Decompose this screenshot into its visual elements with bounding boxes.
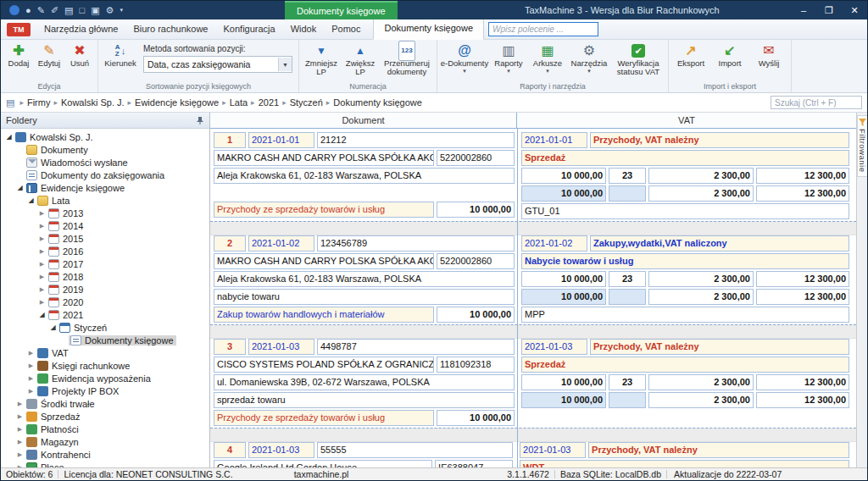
breadcrumb-item[interactable]: Lata xyxy=(230,97,248,108)
doc-contractor-name[interactable]: MAKRO CASH AND CARRY POLSKA SPÓŁKA AKCYJ… xyxy=(214,253,434,269)
tree-expand-icon[interactable]: ▶ xyxy=(26,362,36,369)
breadcrumb-item[interactable]: Ewidencje księgowe xyxy=(135,97,219,108)
breadcrumb-item[interactable]: Firmy xyxy=(27,97,51,108)
tree-item[interactable]: ▶Kontrahenci xyxy=(1,448,209,461)
command-search-input[interactable] xyxy=(488,22,598,36)
edit-button[interactable]: ✎ Edytuj xyxy=(34,41,64,68)
doc-address[interactable]: Aleja Krakowska 61, 02-183 Warszawa, POL… xyxy=(214,271,515,287)
tree-item[interactable]: ▶2020 xyxy=(1,296,209,308)
vat-type[interactable]: Przychody, VAT należny xyxy=(590,339,849,355)
vat-register[interactable]: Sprzedaż xyxy=(521,357,849,373)
doc-contractor-name[interactable]: Google Ireland Ltd Gordon House xyxy=(214,460,432,467)
tree-item[interactable]: ◢2021 xyxy=(1,308,209,321)
doc-tax-id[interactable]: IE6388047 xyxy=(435,460,513,467)
doc-number[interactable]: 21212 xyxy=(317,132,515,148)
tree-item[interactable]: Dokumenty xyxy=(1,143,209,156)
tree-collapse-icon[interactable]: ◢ xyxy=(26,196,36,204)
vat-date[interactable]: 2021-01-03 xyxy=(520,442,586,458)
search-input[interactable] xyxy=(771,96,862,109)
vat-net-amount[interactable]: 10 000,00 xyxy=(521,374,606,390)
tree-expand-icon[interactable]: ▶ xyxy=(37,299,47,306)
doc-number[interactable]: 123456789 xyxy=(317,235,515,252)
tree-expand-icon[interactable]: ▶ xyxy=(15,426,25,433)
doc-number[interactable]: 55555 xyxy=(317,442,513,458)
tree-collapse-icon[interactable]: ◢ xyxy=(48,323,58,331)
vat-register[interactable]: WDT xyxy=(520,460,849,467)
vat-gross-amount[interactable]: 12 300,00 xyxy=(756,374,849,390)
vat-net-amount[interactable]: 10 000,00 xyxy=(521,185,606,202)
menu-item-0[interactable]: Narzędzia główne xyxy=(36,19,125,39)
vat-date[interactable]: 2021-01-02 xyxy=(521,235,587,252)
breadcrumb-item[interactable]: Styczeń xyxy=(290,97,323,108)
vat-date[interactable]: 2021-01-03 xyxy=(521,339,587,355)
doc-contractor-name[interactable]: MAKRO CASH AND CARRY POLSKA SPÓŁKA AKCYJ… xyxy=(214,150,434,166)
doc-tax-id[interactable]: 5220002860 xyxy=(437,150,515,166)
tools-button[interactable]: ⚙ Narzędzia ▾ xyxy=(567,41,611,74)
minimize-button[interactable]: – xyxy=(791,1,816,19)
doc-date[interactable]: 2021-01-03 xyxy=(248,442,314,458)
tree-item[interactable]: ▶Sprzedaż xyxy=(1,410,209,423)
send-button[interactable]: ✉ Wyślij xyxy=(749,41,788,68)
tree-expand-icon[interactable]: ▶ xyxy=(26,375,36,382)
vat-tax-amount[interactable]: 2 300,00 xyxy=(648,374,754,390)
vat-tax-amount[interactable]: 2 300,00 xyxy=(648,168,754,184)
sort-method-dropdown[interactable]: Data, czas zaksięgowania ▼ xyxy=(143,56,292,73)
vat-gross-amount[interactable]: 12 300,00 xyxy=(756,271,849,287)
vat-gross-amount[interactable]: 12 300,00 xyxy=(756,392,849,408)
vat-gross-amount[interactable]: 12 300,00 xyxy=(756,185,849,202)
vat-register[interactable]: Sprzedaż xyxy=(521,150,849,166)
sort-direction-button[interactable]: AZ↓ Kierunek xyxy=(101,41,140,68)
close-button[interactable]: ✕ xyxy=(842,1,867,19)
vat-rate[interactable] xyxy=(609,392,646,408)
vat-gross-amount[interactable]: 12 300,00 xyxy=(756,168,849,184)
doc-tax-id[interactable]: 1181092318 xyxy=(437,357,515,373)
tree-item[interactable]: ◢Lata xyxy=(1,194,209,207)
delete-button[interactable]: ✖ Usuń xyxy=(64,41,95,68)
doc-lp[interactable]: 4 xyxy=(214,442,246,458)
sheets-button[interactable]: ▦ Arkusze ▾ xyxy=(528,41,567,74)
print-icon[interactable]: ▤ xyxy=(64,1,73,19)
doc-lp[interactable]: 2 xyxy=(214,235,246,252)
doc-amount[interactable]: 10 000,00 xyxy=(437,307,515,323)
pen-icon[interactable]: ✐ xyxy=(51,1,58,19)
doc-category[interactable]: Przychody ze sprzedaży towarów i usług xyxy=(214,202,434,218)
column-header-dokument[interactable]: Dokument xyxy=(210,113,517,128)
vat-rate[interactable]: 23 xyxy=(609,168,646,184)
vat-rate[interactable]: 23 xyxy=(609,271,646,287)
vat-rate[interactable] xyxy=(609,185,646,202)
vat-tag[interactable]: MPP xyxy=(521,307,849,323)
doc-tax-id[interactable]: 5220002860 xyxy=(437,253,515,269)
export-button[interactable]: ↗ Eksport xyxy=(671,41,710,68)
doc-date[interactable]: 2021-01-03 xyxy=(248,339,314,355)
tree-item[interactable]: ▶Środki trwałe xyxy=(1,397,209,410)
vat-status-verification-button[interactable]: ✔ Weryfikacja statusu VAT xyxy=(611,41,665,76)
tree-item[interactable]: ◢Styczeń xyxy=(1,321,209,334)
doc-description[interactable]: sprzedaż towaru xyxy=(214,392,515,408)
decrease-lp-button[interactable]: ▼ Zmniejsz LP xyxy=(302,41,341,76)
add-button[interactable]: ✚ Dodaj xyxy=(3,41,34,68)
tree-expand-icon[interactable]: ▶ xyxy=(37,223,47,229)
tree-expand-icon[interactable]: ▶ xyxy=(37,261,47,268)
doc-category[interactable]: Zakup towarów handlowych i materiałów xyxy=(214,307,434,323)
vat-rate[interactable]: 23 xyxy=(609,374,646,390)
document-tab[interactable]: Dokumenty księgowe xyxy=(285,1,398,19)
menu-item-2[interactable]: Konfiguracja xyxy=(216,19,283,39)
tree-item[interactable]: ▶VAT xyxy=(1,346,209,359)
filter-tab[interactable]: Filtrowanie xyxy=(857,115,867,177)
menu-item-3[interactable]: Widok xyxy=(283,19,325,39)
tree-item[interactable]: ▶Płace xyxy=(1,461,209,467)
ribbon-tab-active[interactable]: Dokumenty księgowe xyxy=(373,19,484,40)
tree-item[interactable]: Dokumenty do zaksięgowania xyxy=(1,169,209,181)
doc-category[interactable]: Przychody ze sprzedaży towarów i usług xyxy=(214,410,434,426)
vat-tax-amount[interactable]: 2 300,00 xyxy=(648,392,754,408)
tree-expand-icon[interactable]: ▶ xyxy=(37,210,47,217)
breadcrumb-item[interactable]: 2021 xyxy=(259,97,279,108)
pin-icon[interactable] xyxy=(196,116,204,125)
tree-expand-icon[interactable]: ▶ xyxy=(26,350,36,357)
import-button[interactable]: ↙ Import xyxy=(710,41,749,68)
doc-date[interactable]: 2021-01-01 xyxy=(248,132,314,148)
tree-expand-icon[interactable]: ▶ xyxy=(37,274,47,280)
tree-item[interactable]: ▶2013 xyxy=(1,207,209,219)
qat-dropdown-icon[interactable]: ▾ xyxy=(120,1,123,19)
settings-gear-icon[interactable]: ⚙ xyxy=(106,1,114,19)
